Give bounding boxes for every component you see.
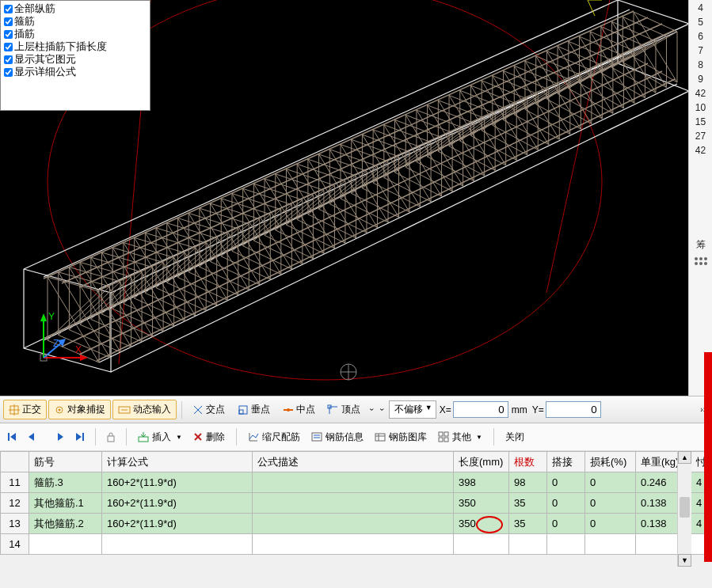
delete-button[interactable]: 删除 [188,428,230,446]
cell-loss[interactable] [585,534,636,555]
close-label: 关闭 [505,431,524,444]
midpoint-snap[interactable]: 中点 [277,400,321,419]
offset-mode-dropdown[interactable]: 不偏移 ▼ [389,400,436,419]
cad-viewport[interactable]: 全部纵筋 箍筋 插筋 上层柱插筋下插长度 显示其它图元 显示详细公式 Y X Z [0,0,688,396]
cell-formula[interactable]: 160+2*(11.9*d) [102,493,253,514]
chevron-down-icon: ▼ [425,404,432,412]
chevron-right-icon[interactable]: › [379,408,387,411]
cell-length[interactable]: 350 [454,514,509,534]
row-number: 13 [1,514,29,534]
table-row[interactable]: 13其他箍筋.2160+2*(11.9*d)35035000.1384 [1,514,712,534]
separator [181,401,182,419]
svg-marker-4 [80,355,88,361]
vertical-scrollbar[interactable]: ▲ ▼ [677,451,691,567]
y-coord-input[interactable] [546,401,601,418]
cell-overlap[interactable]: 0 [547,493,585,514]
rebar-toolbar: 插入▼ 删除 缩尺配筋 钢筋信息 钢筋图库 其他▼ 关闭 [0,423,712,451]
col-length[interactable]: 长度(mm) [454,452,509,472]
cell-length[interactable] [454,534,509,555]
scale-label: 缩尺配筋 [262,431,300,444]
ortho-icon [9,404,20,415]
last-record-button[interactable] [71,428,89,446]
col-count[interactable]: 根数 [509,452,547,472]
side-num: 7 [698,44,703,57]
col-loss[interactable]: 损耗(%) [585,452,636,472]
cell-length[interactable]: 350 [454,493,509,514]
svg-line-123 [405,133,452,168]
rebar-info-button[interactable]: 钢筋信息 [307,428,368,446]
checkbox-show-formula[interactable] [4,68,13,77]
col-num[interactable]: 筋号 [29,452,102,472]
ortho-toggle[interactable]: 正交 [3,400,47,419]
other-button[interactable]: 其他▼ [433,428,487,446]
cell-overlap[interactable]: 0 [547,514,585,534]
svg-line-71 [221,199,270,279]
scroll-down-arrow[interactable]: ▼ [678,554,691,567]
separator [126,428,127,446]
snap-toggle[interactable]: 对象捕捉 [48,400,111,419]
col-formula[interactable]: 计算公式 [102,452,253,472]
col-desc[interactable]: 公式描述 [253,452,454,472]
cell-num[interactable]: 箍筋.3 [29,472,102,493]
dynamic-input-toggle[interactable]: 动态输入 [112,400,177,419]
scroll-up-arrow[interactable]: ▲ [678,451,691,464]
cell-loss[interactable]: 0 [585,514,636,534]
svg-point-202 [287,408,290,412]
svg-rect-210 [108,436,114,442]
cell-count[interactable]: 35 [509,514,547,534]
checkbox-show-other[interactable] [4,55,13,64]
checkbox-insert-bar[interactable] [4,30,13,39]
lock-button[interactable] [102,428,120,446]
checkbox-stirrup[interactable] [4,17,13,26]
cell-num[interactable]: 其他箍筋.2 [29,514,102,534]
cell-formula[interactable]: 160+2*(11.9*d) [102,514,253,534]
cell-desc[interactable] [253,493,454,514]
svg-marker-208 [76,433,82,441]
rebar-library-button[interactable]: 钢筋图库 [370,428,432,446]
close-button[interactable]: 关闭 [501,428,529,446]
chevron-right-icon[interactable]: › [367,408,376,411]
x-coord-input[interactable] [453,401,508,418]
cell-num[interactable]: 其他箍筋.1 [29,493,102,514]
side-num: 15 [695,116,706,128]
perpendicular-snap[interactable]: 垂点 [232,400,276,419]
cell-formula[interactable] [102,534,253,555]
svg-line-105 [341,161,388,199]
cell-count[interactable]: 98 [509,472,547,493]
table-row[interactable]: 11箍筋.3160+2*(11.9*d)39898000.2464 [1,472,712,493]
cell-overlap[interactable] [547,534,585,555]
cell-count[interactable]: 35 [509,493,547,514]
svg-line-62 [188,213,238,294]
scroll-thumb[interactable] [680,497,690,518]
checkbox-all-longitudinal[interactable] [4,5,13,13]
svg-marker-1 [40,313,47,321]
cell-desc[interactable] [253,472,454,493]
cell-loss[interactable]: 0 [585,472,636,493]
next-record-button[interactable] [52,428,70,446]
first-record-button[interactable] [3,428,21,446]
cell-count[interactable] [509,534,547,555]
intersection-snap[interactable]: 交点 [187,400,230,419]
table-row[interactable]: 14 [1,534,712,555]
library-icon [375,431,386,442]
scale-rebar-button[interactable]: 缩尺配筋 [243,428,305,446]
table-row[interactable]: 12其他箍筋.1160+2*(11.9*d)35035000.1384 [1,493,712,514]
cell-formula[interactable]: 160+2*(11.9*d) [102,472,253,493]
svg-line-155 [525,61,570,135]
vertex-snap[interactable]: 顶点 [322,400,366,419]
rownum-header [1,452,29,472]
display-options-panel: 全部纵筋 箍筋 插筋 上层柱插筋下插长度 显示其它图元 显示详细公式 [0,0,150,111]
prev-record-button[interactable] [22,428,40,446]
col-overlap[interactable]: 搭接 [547,452,585,472]
cell-desc[interactable] [253,534,454,555]
cell-num[interactable] [29,534,102,555]
checkbox-upper-column[interactable] [4,43,13,51]
side-num: 42 [695,144,706,157]
cell-desc[interactable] [253,514,454,534]
svg-line-114 [373,147,420,183]
insert-button[interactable]: 插入▼ [133,428,187,446]
cell-loss[interactable]: 0 [585,493,636,514]
svg-rect-211 [139,437,148,442]
cell-length[interactable]: 398 [454,472,509,493]
cell-overlap[interactable]: 0 [547,472,585,493]
